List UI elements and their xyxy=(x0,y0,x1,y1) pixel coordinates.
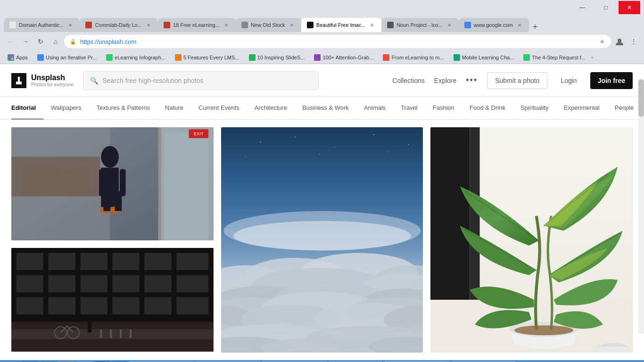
close-button[interactable]: ✕ xyxy=(619,1,640,14)
cat-current-events[interactable]: Current Events xyxy=(191,97,247,120)
tab-close-icon[interactable]: ✕ xyxy=(516,21,523,29)
svg-rect-32 xyxy=(144,275,172,293)
address-input-bar[interactable]: 🔒 https://unsplash.com ★ xyxy=(64,35,611,48)
tab-newoldstock[interactable]: New Old Stock ✕ xyxy=(236,18,301,32)
cat-architecture[interactable]: Architecture xyxy=(247,97,295,120)
tab-google[interactable]: www.google.com ✕ xyxy=(459,18,529,32)
page-scrollbar[interactable] xyxy=(638,79,644,334)
join-free-button[interactable]: Join free xyxy=(590,72,633,89)
bookmark-favicon xyxy=(383,54,389,61)
photo-svg xyxy=(430,127,633,353)
photo-item[interactable]: EXIT xyxy=(11,127,214,240)
cat-animals[interactable]: Animals xyxy=(356,97,393,120)
explore-link[interactable]: Explore xyxy=(434,77,456,84)
svg-rect-36 xyxy=(80,297,107,315)
bookmarks-overflow[interactable]: » xyxy=(591,55,594,60)
tab-title: Beautiful Free Imac... xyxy=(316,22,366,28)
cat-travel[interactable]: Travel xyxy=(393,97,425,120)
photo-item[interactable] xyxy=(11,248,214,352)
svg-rect-6 xyxy=(21,167,90,197)
bookmark-inspiring[interactable]: 10 Inspiring SlideS... xyxy=(245,53,309,62)
svg-point-53 xyxy=(260,141,261,142)
svg-point-0 xyxy=(618,39,621,42)
unsplash-logo-icon xyxy=(11,73,26,88)
bookmark-favicon xyxy=(523,54,530,61)
forward-button[interactable]: → xyxy=(19,35,32,48)
svg-rect-23 xyxy=(48,253,75,270)
svg-rect-39 xyxy=(176,297,208,315)
photo-column-1: EXIT xyxy=(11,127,214,353)
tab-unsplash[interactable]: Beautiful Free Imac... ✕ xyxy=(301,18,382,32)
svg-rect-48 xyxy=(100,329,102,338)
svg-point-55 xyxy=(334,147,335,148)
cat-fashion[interactable]: Fashion xyxy=(425,97,462,120)
svg-point-57 xyxy=(408,144,409,145)
bookmark-mobile[interactable]: Mobile Learning Cha... xyxy=(450,53,518,62)
tab-title: 18 Free eLearning... xyxy=(173,22,220,28)
tab-close-icon[interactable]: ✕ xyxy=(145,21,152,29)
logo-name: Unsplash xyxy=(31,74,74,82)
bookmark-attention[interactable]: 100+ Attention-Grab... xyxy=(310,53,377,62)
photo-item[interactable] xyxy=(430,127,633,353)
svg-text:EXIT: EXIT xyxy=(194,131,204,136)
bookmark-elearning-info[interactable]: eLearning Infograph... xyxy=(102,53,169,62)
svg-rect-30 xyxy=(80,275,107,293)
bookmark-4step[interactable]: The 4-Step Request f... xyxy=(520,53,589,62)
tab-commlab[interactable]: Commlab-Daily Lo... ✕ xyxy=(80,18,158,32)
minimize-button[interactable]: — xyxy=(571,1,593,14)
bookmark-label: The 4-Step Request f... xyxy=(532,55,586,60)
svg-point-54 xyxy=(294,137,295,138)
svg-point-58 xyxy=(245,156,246,157)
submit-photo-button[interactable]: Submit a photo xyxy=(487,72,547,89)
cat-wallpapers[interactable]: Wallpapers xyxy=(43,97,89,120)
star-icon[interactable]: ★ xyxy=(599,38,605,45)
scrollbar-thumb[interactable] xyxy=(638,79,644,117)
cat-nature[interactable]: Nature xyxy=(157,97,191,120)
bookmark-iterative[interactable]: Using an Iterative Pr... xyxy=(33,53,100,62)
profile-icon-button[interactable] xyxy=(613,35,626,48)
tab-close-icon[interactable]: ✕ xyxy=(66,21,74,29)
collections-link[interactable]: Collections xyxy=(392,77,424,84)
logo-text: Unsplash Photos for everyone xyxy=(31,74,74,87)
bookmark-favicon xyxy=(106,54,113,61)
tab-domain[interactable]: Domain Authentic... ✕ xyxy=(4,18,80,32)
site-logo[interactable]: Unsplash Photos for everyone xyxy=(11,73,74,88)
search-bar[interactable]: 🔍 Search free high-resolution photos xyxy=(83,71,319,90)
tab-elearning[interactable]: 18 Free eLearning... ✕ xyxy=(158,18,236,32)
home-button[interactable]: ⌂ xyxy=(49,35,62,48)
maximize-button[interactable]: □ xyxy=(595,1,617,14)
tab-nounproject[interactable]: Noun Project - Ico... ✕ xyxy=(381,18,458,32)
bookmark-apps[interactable]: Apps xyxy=(4,53,32,62)
cat-spirituality[interactable]: Spirituality xyxy=(513,97,556,120)
login-link[interactable]: Login xyxy=(557,77,580,84)
more-options-button[interactable]: ••• xyxy=(466,75,478,85)
tab-close-icon[interactable]: ✕ xyxy=(223,21,230,29)
cat-food[interactable]: Food & Drink xyxy=(462,97,513,120)
refresh-button[interactable]: ↻ xyxy=(34,35,47,48)
tab-close-icon[interactable]: ✕ xyxy=(446,21,453,29)
cat-experimental[interactable]: Experimental xyxy=(556,97,607,120)
tab-close-icon[interactable]: ✕ xyxy=(368,21,376,29)
tab-close-icon[interactable]: ✕ xyxy=(288,21,296,29)
photo-svg xyxy=(221,127,423,353)
tab-title: Commlab-Daily Lo... xyxy=(95,22,142,28)
category-nav: Editorial Wallpapers Textures & Patterns… xyxy=(0,97,644,120)
tab-favicon xyxy=(464,22,471,28)
cat-editorial[interactable]: Editorial xyxy=(11,97,43,120)
back-button[interactable]: ← xyxy=(4,35,17,48)
svg-rect-16 xyxy=(104,191,111,211)
new-tab-button[interactable]: + xyxy=(529,22,542,32)
search-placeholder: Search free high-resolution photos xyxy=(103,77,312,84)
bookmark-features[interactable]: 5 Features Every LMS... xyxy=(171,53,243,62)
header-nav: Collections Explore ••• Submit a photo L… xyxy=(392,72,633,89)
settings-button[interactable]: ⋮ xyxy=(627,35,640,48)
address-actions: ⋮ xyxy=(613,35,640,48)
cat-textures[interactable]: Textures & Patterns xyxy=(89,97,157,120)
cat-business[interactable]: Business & Work xyxy=(295,97,356,120)
photo-item[interactable] xyxy=(221,127,423,353)
tab-title: Domain Authentic... xyxy=(19,22,64,28)
bookmark-label: Using an Iterative Pr... xyxy=(46,55,97,60)
cat-people[interactable]: People xyxy=(607,97,641,120)
bookmark-from-elearning[interactable]: From eLearning to m... xyxy=(379,53,447,62)
title-bar: — □ ✕ xyxy=(0,0,644,15)
